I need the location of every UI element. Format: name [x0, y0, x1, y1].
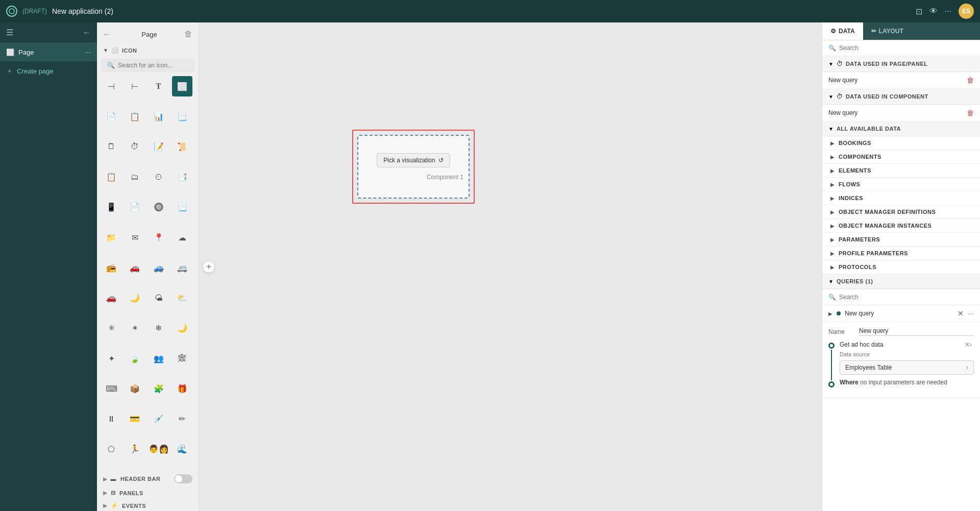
icon-cell-doc11[interactable]: 📃: [172, 197, 192, 217]
icon-cell-cloud2[interactable]: ⛅: [172, 288, 192, 308]
icon-cell-nature[interactable]: 🍃: [125, 348, 145, 369]
icon-cell-polygon[interactable]: ⬠: [101, 439, 121, 459]
icon-cell-leftarrow[interactable]: ⊣: [101, 76, 121, 96]
icon-search-input[interactable]: [118, 62, 188, 69]
icon-cell-eyedropper[interactable]: 💉: [149, 409, 169, 429]
sidebar-item-page[interactable]: ⬜ Page ···: [0, 43, 97, 61]
category-bookings[interactable]: ▶ BOOKINGS: [822, 136, 980, 150]
icon-cell-keyboard[interactable]: ⌨: [101, 378, 121, 399]
icon-cell-timer[interactable]: ⏲: [149, 167, 169, 187]
category-indices[interactable]: ▶ INDICES: [822, 191, 980, 205]
data-in-component-delete-icon[interactable]: 🗑: [967, 109, 974, 117]
icon-cell-doc1[interactable]: 📄: [101, 106, 121, 127]
icon-cell-figures[interactable]: 👨‍👩: [149, 439, 169, 459]
icon-cell-car[interactable]: 🚙: [149, 257, 169, 278]
category-protocols[interactable]: ▶ PROTOCOLS: [822, 260, 980, 274]
user-avatar[interactable]: ES: [959, 4, 974, 19]
queries-search-input[interactable]: [839, 294, 974, 301]
icon-cell-snowflake[interactable]: ❄: [149, 318, 169, 338]
category-elements[interactable]: ▶ ELEMENTS: [822, 164, 980, 178]
icon-cell-truck[interactable]: 🚗: [125, 257, 145, 278]
category-components[interactable]: ▶ COMPONENTS: [822, 150, 980, 164]
query-more-icon[interactable]: ···: [968, 309, 974, 318]
icon-cell-email[interactable]: ✉: [125, 227, 145, 248]
tab-data[interactable]: ⚙ DATA: [822, 22, 863, 40]
section-data-in-component[interactable]: ▼ ⏱ DATA USED IN COMPONENT: [822, 89, 980, 105]
category-profile-params[interactable]: ▶ PROFILE PARAMETERS: [822, 247, 980, 260]
add-component-button[interactable]: ＋: [203, 261, 214, 273]
icon-cell-pause[interactable]: ⏸: [101, 409, 121, 429]
query-name-value[interactable]: New query: [859, 327, 974, 336]
icon-cell-pencil[interactable]: ✏: [172, 409, 192, 429]
page-more-icon[interactable]: ···: [85, 48, 91, 56]
icon-cell-doc2[interactable]: 📋: [125, 106, 145, 127]
icon-cell-radio[interactable]: 📻: [101, 257, 121, 278]
icon-cell-dial[interactable]: 🔘: [149, 197, 169, 217]
create-page-button[interactable]: ＋ Create page: [0, 61, 97, 81]
tab-layout[interactable]: ✏ LAYOUT: [863, 22, 912, 40]
icon-cell-doc5[interactable]: 🗒: [101, 136, 121, 157]
icon-cell-sun2[interactable]: ✳: [101, 318, 121, 338]
icon-cell-doc9[interactable]: 📑: [172, 167, 192, 187]
category-obj-mgr-def[interactable]: ▶ OBJECT MANAGER DEFINITIONS: [822, 205, 980, 219]
icon-cell-clock[interactable]: ⏱: [125, 136, 145, 157]
icon-cell-doc3[interactable]: 📊: [149, 106, 169, 127]
hamburger-icon[interactable]: ☰: [6, 28, 13, 37]
section-data-in-page[interactable]: ▼ ⏱ DATA USED IN PAGE/PANEL: [822, 56, 980, 72]
canvas-area[interactable]: ＋ Pick a visualization ↺ Component 1: [199, 22, 822, 511]
icon-cell-file[interactable]: 📁: [101, 227, 121, 248]
icon-cell-car2[interactable]: 🚗: [101, 288, 121, 308]
icon-cell-doc10[interactable]: 📄: [125, 197, 145, 217]
monitor-icon[interactable]: ⊡: [916, 7, 922, 16]
icon-cell-card[interactable]: 💳: [125, 409, 145, 429]
query-close-icon[interactable]: ✕: [958, 309, 964, 318]
icon-panel-back-icon[interactable]: ←: [103, 30, 110, 38]
icon-cell-doc4[interactable]: 📃: [172, 106, 192, 127]
icon-cell-doc8[interactable]: 🗂: [125, 167, 145, 187]
category-flows[interactable]: ▶ FLOWS: [822, 178, 980, 191]
canvas-component[interactable]: Pick a visualization ↺ Component 1: [352, 130, 475, 204]
icon-cell-people[interactable]: 👥: [149, 348, 169, 369]
header-bar-section[interactable]: ▶ ▬ HEADER BAR: [97, 470, 199, 485]
icon-cell-doc6[interactable]: 📝: [149, 136, 169, 157]
datasource-select[interactable]: Employees Table ›: [840, 360, 974, 375]
icon-cell-rightarrow[interactable]: ⊢: [125, 76, 145, 96]
icon-cell-tablet[interactable]: 📱: [101, 197, 121, 217]
icon-cell-moon[interactable]: 🌙: [125, 288, 145, 308]
icon-cell-figure[interactable]: 🏃: [125, 439, 145, 459]
icon-cell-star[interactable]: ✴: [125, 318, 145, 338]
icon-panel-delete-icon[interactable]: 🗑: [184, 30, 192, 39]
query-expand-arrow[interactable]: ▶: [828, 311, 832, 317]
data-in-page-delete-icon[interactable]: 🗑: [967, 76, 974, 84]
right-search-input[interactable]: [839, 44, 974, 52]
queries-search[interactable]: 🔍: [822, 289, 980, 305]
step-x-icon[interactable]: ✕: [965, 341, 970, 348]
icon-cell-sparkle[interactable]: ✦: [101, 348, 121, 369]
icon-cell-puzzle[interactable]: 🧩: [149, 378, 169, 399]
icon-cell-doc[interactable]: ⬜: [172, 76, 192, 96]
step-arr-icon[interactable]: ›: [970, 341, 972, 348]
icon-cell-flow[interactable]: 🌊: [172, 439, 192, 459]
section-queries[interactable]: ▼ QUERIES (1): [822, 274, 980, 289]
icon-cell-gift[interactable]: 🎁: [172, 378, 192, 399]
section-all-data[interactable]: ▼ ALL AVAILABLE DATA: [822, 121, 980, 136]
icon-cell-van[interactable]: 🚐: [172, 257, 192, 278]
icon-cell-form[interactable]: 📋: [101, 167, 121, 187]
query-item[interactable]: ▶ New query ✕ ···: [822, 305, 980, 322]
category-parameters[interactable]: ▶ PARAMETERS: [822, 233, 980, 247]
icon-cell-moon2[interactable]: 🌙: [172, 318, 192, 338]
icon-cell-cloud[interactable]: ☁: [172, 227, 192, 248]
icon-cell-doc7[interactable]: 📜: [172, 136, 192, 157]
icon-search-box[interactable]: 🔍: [101, 59, 194, 72]
eye-icon[interactable]: 👁: [929, 7, 938, 16]
more-icon[interactable]: ···: [945, 7, 951, 16]
panels-section[interactable]: ▶ ⊟ PANELS: [97, 485, 199, 498]
canvas-component-inner[interactable]: Pick a visualization ↺ Component 1: [357, 135, 470, 199]
icon-cell-sun[interactable]: 🌤: [149, 288, 169, 308]
header-bar-toggle[interactable]: [174, 474, 192, 483]
right-search[interactable]: 🔍: [822, 40, 980, 56]
events-section[interactable]: ▶ ⚡ EVENTS: [97, 498, 199, 511]
back-icon[interactable]: ←: [83, 28, 91, 37]
category-obj-mgr-inst[interactable]: ▶ OBJECT MANAGER INSTANCES: [822, 219, 980, 233]
icon-cell-pin[interactable]: 📍: [149, 227, 169, 248]
